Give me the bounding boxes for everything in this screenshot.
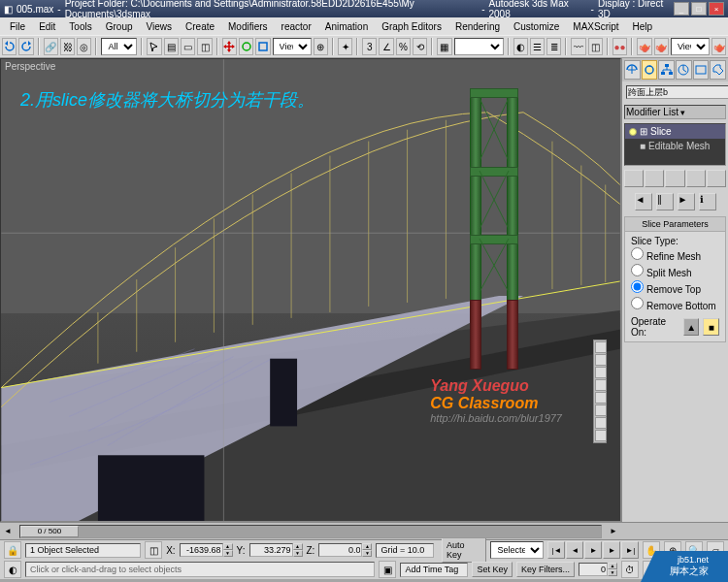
viewport-label: Perspective bbox=[5, 61, 55, 72]
bind-button[interactable]: ◎ bbox=[77, 38, 91, 55]
show-end-button[interactable] bbox=[645, 170, 664, 187]
listener-button[interactable]: ▣ bbox=[379, 561, 396, 578]
mirror-button[interactable]: ◐ bbox=[513, 38, 528, 55]
menu-create[interactable]: Create bbox=[180, 19, 220, 34]
tab-modify[interactable] bbox=[642, 60, 658, 80]
manipulate-button[interactable]: ✦ bbox=[338, 38, 352, 55]
minimize-button[interactable]: _ bbox=[674, 2, 689, 16]
selection-filter[interactable]: All bbox=[101, 38, 137, 55]
link-button[interactable]: 🔗 bbox=[44, 38, 58, 55]
script-button[interactable]: ◐ bbox=[4, 561, 21, 578]
x-input[interactable] bbox=[180, 543, 223, 557]
schematic-button[interactable]: ◫ bbox=[588, 38, 603, 55]
opt-refine[interactable]: Refine Mesh bbox=[631, 246, 719, 263]
select-rect-button[interactable]: ▭ bbox=[181, 38, 195, 55]
next-button[interactable]: ► bbox=[678, 193, 695, 210]
maximize-button[interactable]: □ bbox=[691, 2, 707, 16]
pin-stack-button[interactable] bbox=[624, 170, 644, 187]
tab-hierarchy[interactable] bbox=[658, 60, 675, 80]
operate-face-button[interactable]: ▲ bbox=[683, 318, 700, 336]
y-input[interactable] bbox=[249, 543, 293, 557]
viewport[interactable]: Perspective bbox=[0, 58, 621, 522]
render-preset[interactable]: View bbox=[671, 38, 710, 55]
spinner-snap[interactable]: ⟲ bbox=[413, 38, 427, 55]
redo-button[interactable] bbox=[18, 38, 33, 55]
time-slider[interactable]: 0 / 500 bbox=[19, 525, 602, 538]
menu-customize[interactable]: Customize bbox=[508, 19, 565, 34]
prev-frame-button[interactable]: ◄ bbox=[566, 541, 583, 559]
time-config-button[interactable]: ⏱ bbox=[621, 561, 639, 578]
menu-animation[interactable]: Animation bbox=[319, 19, 374, 34]
menu-rendering[interactable]: Rendering bbox=[449, 19, 506, 34]
tab-motion[interactable] bbox=[676, 60, 692, 80]
play-button[interactable]: ► bbox=[584, 541, 602, 559]
angle-snap[interactable]: ∠ bbox=[379, 38, 393, 55]
setkey-button[interactable]: Set Key bbox=[472, 562, 513, 577]
keymode-select[interactable]: Selected bbox=[490, 541, 544, 559]
tab-utilities[interactable] bbox=[710, 60, 726, 80]
slice-rollout: Slice Parameters Slice Type: Refine Mesh… bbox=[624, 216, 726, 342]
percent-snap[interactable]: % bbox=[396, 38, 411, 55]
curve-editor-button[interactable]: 〰 bbox=[571, 38, 585, 55]
layers-button[interactable]: ≣ bbox=[546, 38, 561, 55]
menu-grapheditors[interactable]: Graph Editors bbox=[376, 19, 447, 34]
move-button[interactable] bbox=[222, 38, 237, 55]
menu-modifiers[interactable]: Modifiers bbox=[222, 19, 274, 34]
menu-file[interactable]: File bbox=[4, 19, 31, 34]
menu-group[interactable]: Group bbox=[100, 19, 139, 34]
undo-button[interactable] bbox=[2, 38, 17, 55]
menu-tools[interactable]: Tools bbox=[63, 19, 97, 34]
opt-removebottom[interactable]: Remove Bottom bbox=[631, 296, 719, 312]
window-crossing-button[interactable]: ◫ bbox=[197, 38, 212, 55]
align-button[interactable]: ☰ bbox=[530, 38, 545, 55]
menu-reactor[interactable]: reactor bbox=[276, 19, 317, 34]
quick-render-button[interactable]: 🫖 bbox=[711, 38, 726, 55]
keyfilters-button[interactable]: Key Filters... bbox=[516, 562, 575, 577]
menu-edit[interactable]: Edit bbox=[33, 19, 61, 34]
named-sets-button[interactable]: ▦ bbox=[437, 38, 451, 55]
remove-mod-button[interactable] bbox=[686, 170, 706, 187]
crossing-icon[interactable]: ◫ bbox=[145, 541, 162, 559]
modifier-list-dropdown[interactable]: Modifier List ▾ bbox=[624, 105, 726, 119]
time-thumb[interactable]: 0 / 500 bbox=[20, 526, 79, 537]
close-button[interactable]: × bbox=[709, 2, 724, 16]
frame-input[interactable] bbox=[579, 563, 608, 576]
menu-views[interactable]: Views bbox=[141, 19, 179, 34]
viewport-nav[interactable] bbox=[593, 340, 607, 443]
operate-on-label: Operate On: bbox=[631, 316, 679, 338]
stop-button[interactable]: ‖ bbox=[656, 193, 674, 210]
z-input[interactable] bbox=[318, 543, 362, 557]
object-name-input[interactable] bbox=[626, 85, 728, 99]
snap-toggle[interactable]: 3 bbox=[362, 38, 377, 55]
rotate-button[interactable] bbox=[239, 38, 253, 55]
scale-button[interactable] bbox=[255, 38, 270, 55]
material-editor-button[interactable]: ●● bbox=[612, 38, 627, 55]
autokey-button[interactable]: Auto Key bbox=[442, 537, 486, 563]
menu-maxscript[interactable]: MAXScript bbox=[567, 19, 624, 34]
menu-help[interactable]: Help bbox=[627, 19, 659, 34]
configure-button[interactable] bbox=[707, 170, 726, 187]
pivot-button[interactable]: ⊕ bbox=[314, 38, 328, 55]
select-name-button[interactable]: ▤ bbox=[164, 38, 179, 55]
goto-start-button[interactable]: |◄ bbox=[547, 541, 565, 559]
add-time-tag[interactable]: Add Time Tag bbox=[400, 563, 468, 577]
opt-removetop[interactable]: Remove Top bbox=[631, 279, 719, 296]
ref-coord-system[interactable]: View bbox=[273, 38, 312, 55]
info-button[interactable]: ℹ bbox=[699, 193, 716, 210]
render-button[interactable]: 🫖 bbox=[654, 38, 669, 55]
opt-split[interactable]: Split Mesh bbox=[631, 263, 719, 279]
unique-button[interactable] bbox=[665, 170, 684, 187]
render-scene-button[interactable]: 🫖 bbox=[637, 38, 651, 55]
tab-display[interactable] bbox=[693, 60, 710, 80]
goto-end-button[interactable]: ►| bbox=[621, 541, 639, 559]
named-sets[interactable] bbox=[454, 38, 504, 55]
prev-button[interactable]: ◄ bbox=[635, 193, 652, 210]
operate-poly-button[interactable]: ■ bbox=[703, 318, 719, 336]
modifier-stack[interactable]: ⊞Slice ■Editable Mesh bbox=[624, 123, 726, 166]
lock-button[interactable]: 🔒 bbox=[4, 541, 21, 559]
unlink-button[interactable]: ⛓ bbox=[60, 38, 75, 55]
rollout-header[interactable]: Slice Parameters bbox=[625, 217, 725, 232]
select-button[interactable] bbox=[147, 38, 161, 55]
tab-create[interactable] bbox=[624, 60, 641, 80]
next-frame-button[interactable]: ► bbox=[603, 541, 620, 559]
